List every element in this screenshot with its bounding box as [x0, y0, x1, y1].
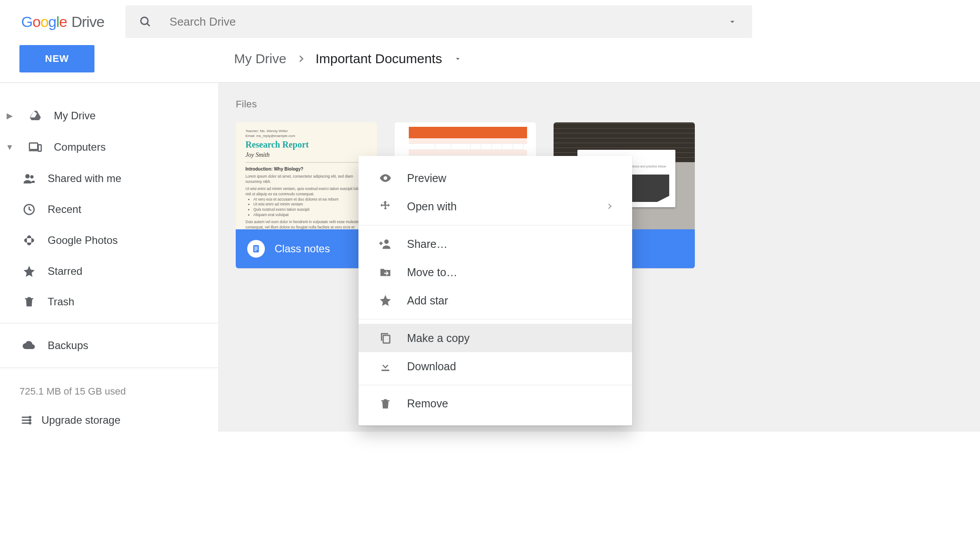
divider: [358, 385, 632, 385]
svg-point-31: [384, 239, 389, 244]
sidebar-item-computers[interactable]: ▼ Computers: [0, 131, 218, 163]
sidebar-item-shared-with-me[interactable]: Shared with me: [0, 163, 218, 194]
section-title: Files: [236, 99, 962, 110]
expand-right-icon[interactable]: ▶: [5, 111, 14, 121]
svg-rect-17: [254, 249, 257, 250]
photos-icon: [21, 234, 37, 247]
cloud-icon: [21, 338, 37, 353]
logo-product: Drive: [72, 13, 104, 30]
sidebar-item-label: Backups: [48, 339, 88, 352]
star-icon: [378, 294, 393, 307]
context-menu-move-to[interactable]: Move to…: [358, 258, 632, 286]
context-menu-open-with[interactable]: Open with: [358, 192, 632, 220]
storage-icon: [19, 413, 34, 427]
context-menu-add-star[interactable]: Add star: [358, 286, 632, 315]
search-options-caret-icon[interactable]: [727, 17, 737, 27]
context-menu-label: Share…: [407, 238, 448, 251]
svg-point-5: [25, 174, 30, 179]
svg-point-6: [30, 175, 34, 179]
svg-rect-32: [383, 335, 390, 343]
search-box[interactable]: [125, 5, 752, 38]
logo[interactable]: Google Drive: [21, 13, 104, 30]
svg-point-30: [384, 176, 387, 180]
search-icon: [139, 15, 152, 28]
people-icon: [21, 172, 37, 185]
svg-point-0: [141, 17, 148, 24]
devices-icon: [27, 140, 43, 154]
upgrade-storage-label: Upgrade storage: [41, 414, 121, 426]
new-button[interactable]: NEW: [19, 45, 94, 72]
drive-icon: [27, 109, 43, 122]
sidebar-item-label: My Drive: [54, 110, 96, 122]
docs-icon: [247, 240, 265, 258]
svg-rect-3: [38, 145, 41, 152]
move-arrows-icon: [378, 200, 393, 213]
breadcrumb: My Drive Important Documents: [234, 51, 462, 66]
download-icon: [378, 360, 393, 373]
breadcrumb-root[interactable]: My Drive: [234, 51, 286, 66]
trash-icon: [21, 296, 37, 308]
divider: [358, 225, 632, 225]
person-add-icon: [378, 237, 393, 251]
divider: [358, 319, 632, 319]
svg-line-1: [147, 23, 150, 26]
main-content: Files Teacher: Ms. Wendy WriterEmail: ms…: [218, 83, 980, 432]
svg-rect-14: [253, 245, 259, 253]
sidebar-item-google-photos[interactable]: Google Photos: [0, 225, 218, 256]
divider: [0, 368, 218, 368]
expand-down-icon[interactable]: ▼: [5, 143, 14, 152]
svg-rect-15: [254, 247, 257, 247]
context-menu-preview[interactable]: Preview: [358, 164, 632, 192]
star-icon: [21, 265, 37, 278]
context-menu-label: Add star: [407, 294, 448, 307]
svg-rect-2: [30, 143, 38, 150]
folder-move-icon: [378, 266, 393, 279]
search-input[interactable]: [170, 15, 739, 29]
sidebar-item-recent[interactable]: Recent: [0, 194, 218, 225]
chevron-right-icon: [606, 202, 614, 210]
svg-point-13: [29, 422, 30, 424]
sidebar-item-my-drive[interactable]: ▶ My Drive: [0, 100, 218, 131]
context-menu-download[interactable]: Download: [358, 352, 632, 380]
context-menu-label: Download: [407, 360, 456, 373]
context-menu-share[interactable]: Share…: [358, 230, 632, 258]
file-name: Class notes: [275, 243, 330, 255]
svg-rect-33: [381, 370, 389, 371]
context-menu: Preview Open with Share…: [358, 156, 632, 425]
svg-rect-18: [254, 251, 256, 251]
header: Google Drive: [0, 0, 980, 45]
copy-icon: [378, 331, 393, 345]
context-menu-make-a-copy[interactable]: Make a copy: [358, 324, 632, 352]
sidebar-item-label: Trash: [48, 296, 74, 308]
chevron-right-icon: [296, 54, 306, 64]
file-thumbnail: Teacher: Ms. Wendy WriterEmail: ms_reply…: [236, 122, 377, 229]
context-menu-remove[interactable]: Remove: [358, 390, 632, 418]
svg-rect-16: [254, 248, 257, 248]
divider: [0, 323, 218, 323]
trash-icon: [378, 398, 393, 410]
breadcrumb-caret-icon[interactable]: [453, 54, 462, 63]
sidebar-item-trash[interactable]: Trash: [0, 287, 218, 317]
sidebar-item-label: Shared with me: [48, 172, 121, 185]
context-menu-label: Remove: [407, 397, 448, 410]
storage-usage-text: 725.1 MB of 15 GB used: [0, 374, 218, 409]
breadcrumb-current[interactable]: Important Documents: [316, 51, 442, 66]
sidebar-item-starred[interactable]: Starred: [0, 256, 218, 287]
svg-point-12: [29, 419, 30, 421]
svg-point-11: [29, 417, 30, 418]
file-label-row: Class notes: [236, 229, 377, 268]
context-menu-label: Make a copy: [407, 332, 470, 345]
sidebar-item-label: Recent: [48, 203, 81, 216]
upgrade-storage-link[interactable]: Upgrade storage: [0, 409, 218, 432]
sidebar-item-label: Computers: [54, 141, 106, 153]
clock-icon: [21, 203, 37, 216]
context-menu-label: Open with: [407, 200, 457, 213]
context-menu-label: Move to…: [407, 266, 457, 279]
sidebar-item-label: Google Photos: [48, 234, 118, 247]
sidebar: ▶ My Drive ▼ Computers Shared with me Re…: [0, 83, 218, 432]
sidebar-item-backups[interactable]: Backups: [0, 330, 218, 361]
toolbar-row: NEW My Drive Important Documents: [0, 45, 980, 72]
sidebar-item-label: Starred: [48, 265, 83, 277]
context-menu-label: Preview: [407, 172, 446, 185]
file-card-class-notes[interactable]: Teacher: Ms. Wendy WriterEmail: ms_reply…: [236, 122, 377, 268]
